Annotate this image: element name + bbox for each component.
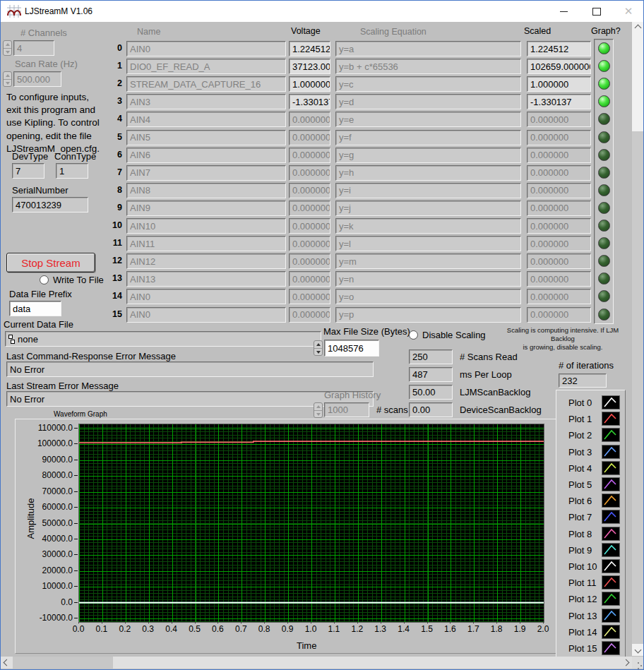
scaling-equation-input[interactable]: y=a [335, 41, 521, 56]
horizontal-scrollbar[interactable] [1, 657, 632, 669]
graph-led[interactable] [598, 237, 610, 249]
y-tick-mark [74, 428, 78, 429]
scaling-equation-input[interactable]: y=p [335, 307, 521, 323]
scroll-right-button[interactable] [620, 657, 632, 669]
legend-item[interactable]: Plot 8 [556, 526, 625, 542]
graph-led[interactable] [598, 42, 610, 54]
scaling-equation-input[interactable]: y=h [335, 165, 521, 181]
channel-name-input[interactable]: DIO0_EF_READ_A [126, 59, 286, 74]
scaling-equation-input[interactable]: y=j [335, 201, 521, 216]
legend-item[interactable]: Plot 5 [556, 477, 625, 493]
scroll-left-button[interactable] [1, 657, 13, 669]
channel-name-input[interactable]: AIN7 [126, 165, 286, 181]
legend-item[interactable]: Plot 9 [556, 542, 625, 558]
scaling-equation-input[interactable]: y=b + c*65536 [335, 59, 521, 74]
channel-name-input[interactable]: AIN13 [126, 271, 286, 287]
row-index: 2 [105, 78, 122, 88]
graph-led[interactable] [598, 202, 610, 214]
graph-led[interactable] [598, 184, 610, 196]
scaling-equation-input[interactable]: y=e [335, 112, 521, 127]
scroll-down-button[interactable] [632, 644, 644, 656]
graph-led[interactable] [598, 60, 610, 72]
vertical-scrollbar-thumb[interactable] [632, 34, 644, 131]
close-button[interactable]: ✕ [614, 1, 643, 22]
table-row: 5 AIN5 0.000000 y=f 0.000000 [1, 130, 644, 146]
legend-item[interactable]: Plot 1 [556, 411, 625, 427]
channel-name-input[interactable]: AIN11 [126, 236, 286, 251]
scaling-equation-input[interactable]: y=o [335, 289, 521, 304]
table-row: 8 AIN8 0.000000 y=i 0.000000 [1, 183, 644, 199]
minimize-button[interactable] [549, 1, 578, 22]
legend-plot-label: Plot 8 [568, 529, 592, 539]
current-data-file-path[interactable]: none [5, 331, 321, 347]
legend-item[interactable]: Plot 0 [556, 395, 625, 411]
scaling-equation-input[interactable]: y=n [335, 271, 521, 287]
legend-plot-label: Plot 9 [568, 545, 592, 556]
legend-item[interactable]: Plot 12 [556, 591, 625, 607]
resize-grip[interactable] [632, 657, 644, 669]
graph-led[interactable] [598, 220, 610, 232]
channel-name-input[interactable]: AIN9 [126, 201, 286, 216]
legend-item[interactable]: Plot 15 [556, 640, 625, 657]
scroll-up-button[interactable] [632, 22, 644, 34]
max-file-size-spinner[interactable] [314, 340, 323, 356]
legend-plot-label: Plot 14 [568, 627, 597, 638]
legend-item[interactable]: Plot 4 [556, 460, 625, 477]
graph-led[interactable] [598, 78, 610, 90]
row-index: 3 [105, 96, 122, 106]
graph-led[interactable] [598, 290, 610, 302]
max-file-size-input[interactable]: 1048576 [324, 340, 379, 357]
channel-name-input[interactable]: AIN10 [126, 218, 286, 234]
legend-item[interactable]: Plot 10 [556, 558, 625, 575]
channel-name-input[interactable]: AIN8 [126, 183, 286, 198]
x-tick-label: 1.4 [392, 624, 416, 634]
legend-item[interactable]: Plot 2 [556, 427, 625, 443]
legend-item[interactable]: Plot 13 [556, 608, 625, 624]
waveform-graph-label: Waveform Graph [54, 410, 107, 418]
graph-led[interactable] [598, 113, 610, 125]
horizontal-scrollbar-thumb[interactable] [13, 657, 113, 669]
scaling-equation-input[interactable]: y=f [335, 130, 521, 145]
scaling-equation-input[interactable]: y=i [335, 183, 521, 198]
legend-item[interactable]: Plot 14 [556, 624, 625, 640]
graph-led[interactable] [598, 309, 610, 321]
legend-plot-label: Plot 11 [568, 578, 597, 588]
row-index: 10 [105, 220, 122, 230]
y-tick-label: 100000.0 [20, 438, 73, 448]
legend-item[interactable]: Plot 3 [556, 444, 625, 460]
maximize-button[interactable] [583, 1, 611, 22]
scaling-equation-input[interactable]: y=m [335, 253, 521, 269]
scaling-equation-input[interactable]: y=d [335, 94, 521, 109]
graph-led[interactable] [598, 255, 610, 267]
x-tick-label: 1.7 [461, 624, 485, 634]
legend-item[interactable]: Plot 11 [556, 575, 625, 591]
scaling-equation-input[interactable]: y=c [335, 76, 521, 92]
graph-led[interactable] [598, 273, 610, 285]
graph-led[interactable] [598, 167, 610, 179]
channel-name-input[interactable]: AIN0 [126, 289, 286, 304]
scaling-equation-input[interactable]: y=l [335, 236, 521, 251]
vertical-scrollbar[interactable] [632, 22, 644, 656]
voltage-value: 0.000000 [289, 236, 330, 251]
y-tick-label: 60000.0 [20, 502, 73, 512]
channel-name-input[interactable]: AIN6 [126, 148, 286, 163]
channel-name-input[interactable]: AIN3 [126, 94, 286, 109]
graph-led[interactable] [598, 131, 610, 143]
channel-name-input[interactable]: AIN5 [126, 130, 286, 145]
y-tick-mark [74, 460, 78, 460]
channel-name-input[interactable]: AIN0 [126, 307, 286, 323]
channel-name-input[interactable]: STREAM_DATA_CAPTURE_16 [126, 76, 286, 92]
channel-name-input[interactable]: AIN0 [126, 41, 286, 56]
scaling-equation-input[interactable]: y=k [335, 218, 521, 234]
legend-plot-label: Plot 5 [568, 479, 592, 490]
scaling-equation-input[interactable]: y=g [335, 148, 521, 163]
legend-item[interactable]: Plot 7 [556, 509, 625, 525]
legend-item[interactable]: Plot 6 [556, 493, 625, 509]
disable-scaling-radio[interactable] [409, 330, 418, 340]
scaled-value: 0.000000 [527, 289, 591, 304]
channel-name-input[interactable]: AIN4 [126, 112, 286, 127]
header-name: Name [137, 27, 160, 37]
channel-name-input[interactable]: AIN12 [126, 253, 286, 269]
graph-led[interactable] [598, 95, 610, 107]
graph-led[interactable] [598, 149, 610, 161]
